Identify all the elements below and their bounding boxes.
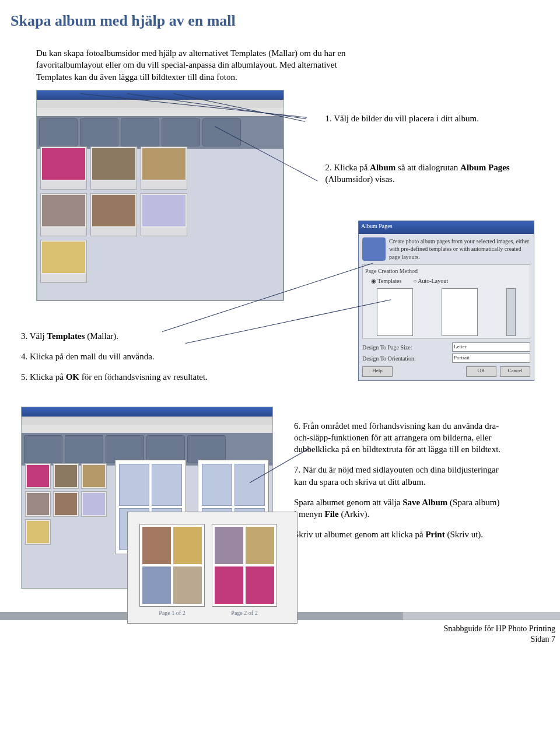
toolbar-button bbox=[80, 118, 118, 146]
field-page-size-label: Design To Page Size: bbox=[362, 344, 412, 352]
template-option bbox=[442, 288, 478, 336]
preview-popup: Page 1 of 2 Page 2 of 2 bbox=[127, 512, 298, 624]
step-4: 4. Klicka på den mall du vill använda. bbox=[21, 351, 231, 362]
help-button: Help bbox=[362, 366, 393, 377]
field-orientation-value: Portrait bbox=[452, 354, 530, 363]
footer-line-2: Sidan 7 bbox=[0, 634, 555, 645]
album-icon bbox=[362, 237, 386, 261]
ok-button: OK bbox=[466, 366, 496, 377]
step-2: 2. Klicka på Album så att dialogrutan Al… bbox=[325, 162, 532, 186]
save-instruction: Spara albumet genom att välja Save Album… bbox=[294, 496, 504, 520]
toolbar-button bbox=[146, 435, 185, 463]
thumbnail bbox=[25, 491, 51, 517]
template-option bbox=[377, 288, 413, 336]
toolbar-button bbox=[187, 435, 226, 463]
thumbnail bbox=[40, 146, 87, 190]
thumbnail bbox=[90, 193, 137, 236]
dialog-description: Create photo album pages from your selec… bbox=[389, 237, 530, 261]
cancel-button: Cancel bbox=[500, 366, 530, 377]
thumbnail bbox=[25, 463, 51, 489]
scrollbar bbox=[506, 288, 516, 336]
dialog-titlebar: Album Pages bbox=[359, 221, 534, 234]
radio-auto-layout: ○ Auto-Layout bbox=[413, 277, 448, 285]
toolbar-button bbox=[162, 118, 200, 146]
section-label: Page Creation Method bbox=[365, 267, 527, 275]
thumbnail bbox=[141, 193, 187, 236]
thumbnail bbox=[81, 491, 107, 517]
radio-templates: ◉ Templates bbox=[371, 277, 401, 285]
thumbnail bbox=[53, 491, 79, 517]
thumbnail bbox=[53, 463, 79, 489]
thumbnail bbox=[40, 240, 87, 283]
step-7: 7. När du är nöjd med sidlayouten och di… bbox=[294, 464, 504, 488]
app-screenshot-1 bbox=[36, 90, 284, 301]
preview-page-2 bbox=[212, 524, 277, 607]
footer-line-1: Snabbguide för HP Photo Printing bbox=[0, 624, 555, 635]
step-1: 1. Välj de bilder du vill placera i ditt… bbox=[325, 113, 532, 124]
field-orientation-label: Design To Orientation: bbox=[362, 355, 416, 363]
page-title: Skapa album med hjälp av en mall bbox=[10, 11, 532, 31]
toolbar-button bbox=[106, 435, 144, 463]
album-pages-dialog: Album Pages Create photo album pages fro… bbox=[358, 221, 534, 382]
thumbnail bbox=[81, 463, 107, 489]
toolbar-button bbox=[202, 118, 241, 146]
thumbnail bbox=[141, 146, 187, 190]
field-page-size-value: Letter bbox=[452, 342, 530, 352]
preview-page-2-label: Page 2 of 2 bbox=[212, 609, 277, 617]
toolbar-button bbox=[121, 118, 159, 146]
thumbnail bbox=[25, 519, 51, 545]
toolbar-button bbox=[24, 435, 62, 463]
thumbnail bbox=[90, 146, 137, 190]
intro-paragraph: Du kan skapa fotoalbumsidor med hjälp av… bbox=[36, 47, 363, 83]
preview-page-1 bbox=[139, 524, 205, 607]
thumbnail bbox=[40, 193, 87, 236]
step-3: 3. Välj Templates (Mallar). bbox=[21, 330, 231, 342]
preview-page-1-label: Page 1 of 2 bbox=[139, 609, 205, 617]
step-5: 5. Klicka på OK för en förhandsvisning a… bbox=[21, 371, 231, 383]
toolbar-button bbox=[39, 118, 78, 146]
step-6: 6. Från området med förhandsvisning kan … bbox=[294, 420, 504, 456]
print-instruction: Skriv ut albumet genom att klicka på Pri… bbox=[294, 529, 504, 540]
toolbar-button bbox=[65, 435, 103, 463]
